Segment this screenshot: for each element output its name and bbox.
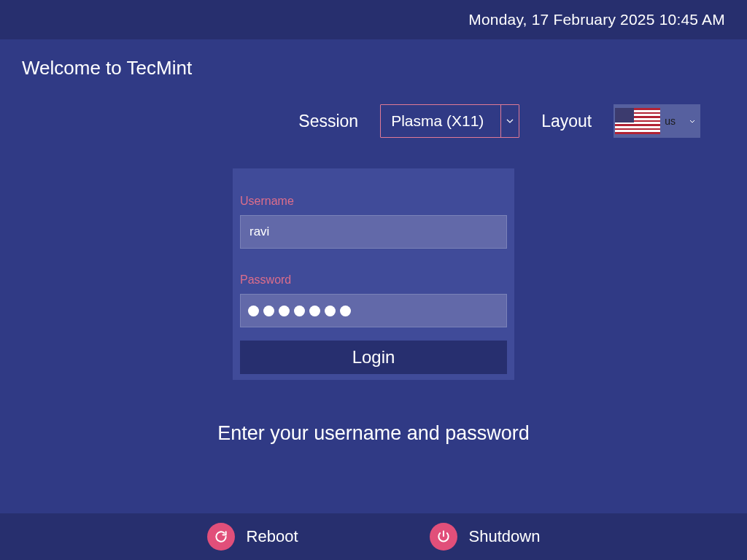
username-input[interactable] xyxy=(240,215,507,249)
password-dot xyxy=(294,306,305,316)
chevron-down-icon xyxy=(689,120,695,123)
password-label: Password xyxy=(240,273,507,287)
instruction-text: Enter your username and password xyxy=(0,422,747,445)
session-label: Session xyxy=(298,112,358,131)
layout-label: Layout xyxy=(541,112,592,131)
password-dot xyxy=(309,306,320,316)
layout-select[interactable]: us xyxy=(614,104,700,138)
layout-code: us xyxy=(660,115,680,127)
header: Welcome to TecMint Session Plasma (X11) … xyxy=(0,39,747,138)
login-card: Username Password Login xyxy=(233,168,514,380)
layout-dropdown-toggle[interactable] xyxy=(684,104,700,138)
selector-row: Session Plasma (X11) Layout us xyxy=(22,104,725,138)
password-input[interactable] xyxy=(240,294,507,327)
login-button[interactable]: Login xyxy=(240,341,507,374)
reboot-icon xyxy=(207,523,235,551)
password-dot xyxy=(263,306,274,316)
reboot-label: Reboot xyxy=(247,527,298,546)
date-time: Monday, 17 February 2025 10:45 AM xyxy=(468,11,725,28)
session-select[interactable]: Plasma (X11) xyxy=(380,104,519,138)
username-label: Username xyxy=(240,195,507,208)
power-icon xyxy=(430,523,457,551)
password-dot xyxy=(248,306,259,316)
password-dot xyxy=(325,306,336,316)
welcome-text: Welcome to TecMint xyxy=(22,57,725,79)
us-flag-icon xyxy=(615,108,660,134)
chevron-down-icon xyxy=(506,119,514,123)
password-dot xyxy=(279,306,290,316)
session-dropdown-toggle[interactable] xyxy=(501,105,519,137)
top-bar: Monday, 17 February 2025 10:45 AM xyxy=(0,0,747,39)
session-value: Plasma (X11) xyxy=(381,112,500,130)
password-dot xyxy=(340,306,351,316)
shutdown-label: Shutdown xyxy=(469,527,541,546)
reboot-button[interactable]: Reboot xyxy=(207,523,298,551)
shutdown-button[interactable]: Shutdown xyxy=(430,523,541,551)
bottom-bar: Reboot Shutdown xyxy=(0,513,747,560)
